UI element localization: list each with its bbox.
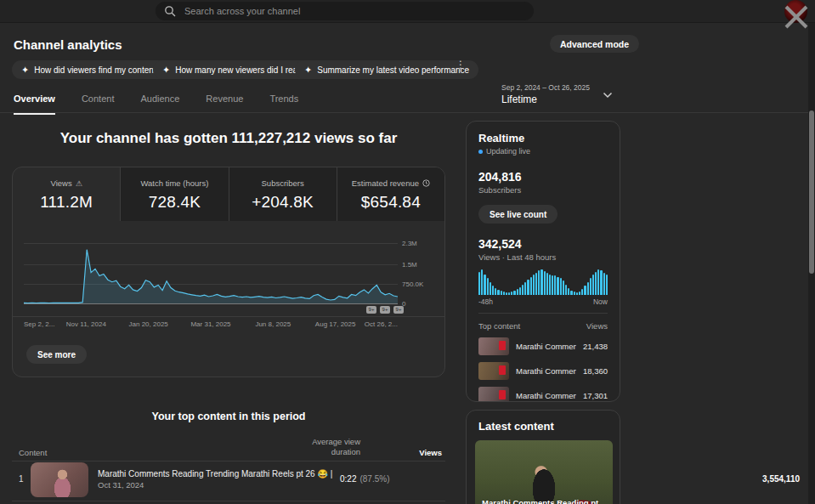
latest-content-card: Latest content Marathi Comments Reading …: [466, 410, 620, 504]
series-line: [24, 250, 398, 303]
realtime-bar: [579, 292, 580, 295]
realtime-bar: [527, 280, 529, 295]
video-views: 18,360: [583, 366, 608, 376]
realtime-bar: [501, 291, 502, 295]
realtime-bar-chart[interactable]: [478, 269, 608, 295]
realtime-bar: [522, 285, 524, 295]
realtime-bar: [506, 292, 507, 295]
column-views[interactable]: Views: [419, 448, 442, 457]
avatar[interactable]: [784, 0, 807, 23]
realtime-bar: [492, 286, 494, 295]
video-thumbnail: [478, 337, 509, 355]
key-metrics-card: Views⚠ 111.2M Watch time (hours) 728.4K …: [12, 167, 445, 377]
realtime-bar: [595, 272, 597, 295]
axis-end-label: Now: [593, 297, 608, 306]
video-date: Oct 31, 2024: [98, 480, 144, 490]
scrollbar-track[interactable]: [808, 0, 815, 504]
realtime-bar: [535, 273, 537, 295]
see-live-count-button[interactable]: See live count: [478, 205, 557, 224]
metric-tab-watch-time[interactable]: Watch time (hours) 728.4K: [120, 167, 228, 221]
realtime-bar: [530, 277, 532, 295]
advanced-mode-button[interactable]: Advanced mode: [550, 35, 639, 53]
top-content-row[interactable]: Marathi Comments Rea... 17,301: [478, 387, 608, 402]
series-area: [24, 250, 398, 303]
metric-value: 111.2M: [13, 193, 120, 212]
video-thumbnail[interactable]: [31, 462, 88, 497]
realtime-bar: [576, 292, 578, 295]
realtime-bar: [574, 292, 575, 295]
realtime-bar: [554, 275, 556, 295]
reel-badge-icon: [499, 365, 506, 375]
realtime-bar: [478, 272, 480, 295]
realtime-bar: [538, 270, 540, 295]
top-content-section-title: Your top content in this period: [12, 411, 445, 422]
metric-tab-subscribers[interactable]: Subscribers +204.8K: [229, 167, 337, 221]
views-line-chart[interactable]: [24, 243, 398, 303]
date-preset-label: Lifetime: [501, 93, 590, 105]
column-content[interactable]: Content: [19, 448, 47, 457]
x-tick-label: Nov 11, 2024: [66, 320, 106, 328]
annotation-marker[interactable]: 9+: [366, 306, 376, 314]
latest-video-caption: Marathi Comments Reading pt 831 🤣 | Inst…: [482, 498, 606, 504]
realtime-bar: [584, 286, 586, 295]
axis-start-label: -48h: [478, 297, 493, 306]
views-cell: 3,554,110: [762, 474, 800, 484]
chart-see-more-button[interactable]: See more: [26, 345, 87, 364]
realtime-bar: [600, 270, 602, 295]
column-average-view-duration[interactable]: Average view duration: [301, 437, 360, 457]
video-title: Marathi Comments Rea...: [516, 391, 576, 400]
scrollbar-thumb[interactable]: [809, 110, 814, 274]
x-axis-line: [13, 316, 444, 317]
realtime-bar: [524, 282, 526, 295]
chart-annotation-markers: 9+ 9+ 9+: [366, 306, 404, 314]
sparkle-icon: ✦: [21, 65, 29, 76]
line-chart-svg: [24, 243, 398, 303]
top-content-row[interactable]: Marathi Comments Rea... 21,438: [478, 337, 608, 355]
search-input[interactable]: [156, 2, 534, 20]
row-rank: 1: [19, 474, 24, 484]
updating-live-label: Updating live: [486, 147, 530, 156]
x-tick-label: Oct 26, 2...: [365, 320, 398, 328]
realtime-bar: [508, 292, 510, 295]
realtime-bar: [565, 285, 567, 295]
x-tick-label: Sep 2, 2...: [24, 320, 54, 328]
realtime-bar: [549, 275, 551, 295]
y-tick-label: 2.3M: [402, 240, 417, 247]
realtime-bar: [487, 278, 489, 295]
realtime-bar: [557, 277, 558, 295]
metric-label: Subscribers: [262, 178, 304, 188]
table-divider: [12, 501, 445, 501]
chip-how-did-viewers-find[interactable]: ✦ How did viewers find my content?: [12, 60, 170, 79]
realtime-card: Realtime Updating live 204,816 Subscribe…: [466, 121, 620, 402]
x-tick-label: Jan 20, 2025: [129, 320, 168, 328]
realtime-bar: [568, 288, 569, 295]
realtime-bar: [481, 269, 483, 295]
date-range-picker[interactable]: Sep 2, 2024 – Oct 26, 2025 Lifetime: [501, 83, 590, 105]
duration-value: 0:22: [340, 474, 356, 484]
video-title[interactable]: Marathi Comments Reading Trending Marath…: [98, 469, 334, 479]
chevron-down-icon: [603, 92, 613, 99]
updating-live-status: Updating live: [478, 147, 608, 156]
page-title: Channel analytics: [14, 37, 122, 52]
chips-overflow-menu-icon[interactable]: ⋮: [456, 62, 466, 67]
realtime-bar: [563, 280, 564, 295]
latest-video-thumbnail[interactable]: Marathi Comments Reading pt 831 🤣 | Inst…: [475, 440, 613, 504]
video-title: Marathi Comments Rea...: [516, 342, 576, 351]
clock-icon: [422, 179, 430, 187]
chip-label: Summarize my latest video performance: [317, 65, 469, 75]
x-tick-label: Aug 17, 2025: [315, 320, 356, 328]
realtime-bar: [511, 292, 512, 295]
realtime-bar: [513, 291, 515, 295]
metric-tab-estimated-revenue[interactable]: Estimated revenue $654.84: [337, 167, 444, 221]
top-content-row[interactable]: Marathi Comments Rea... 18,360: [478, 362, 608, 380]
live-dot-icon: [478, 150, 483, 154]
search-icon: [164, 5, 176, 17]
chip-summarize-latest-video[interactable]: ✦ Summarize my latest video performance: [295, 60, 478, 79]
latest-content-title: Latest content: [475, 420, 611, 433]
metric-label: Watch time (hours): [140, 178, 208, 188]
metric-tab-views[interactable]: Views⚠ 111.2M: [13, 167, 120, 221]
annotation-marker[interactable]: 9+: [380, 306, 390, 314]
realtime-bar: [552, 275, 553, 295]
realtime-axis: -48h Now: [478, 297, 608, 314]
realtime-bar: [587, 282, 589, 295]
